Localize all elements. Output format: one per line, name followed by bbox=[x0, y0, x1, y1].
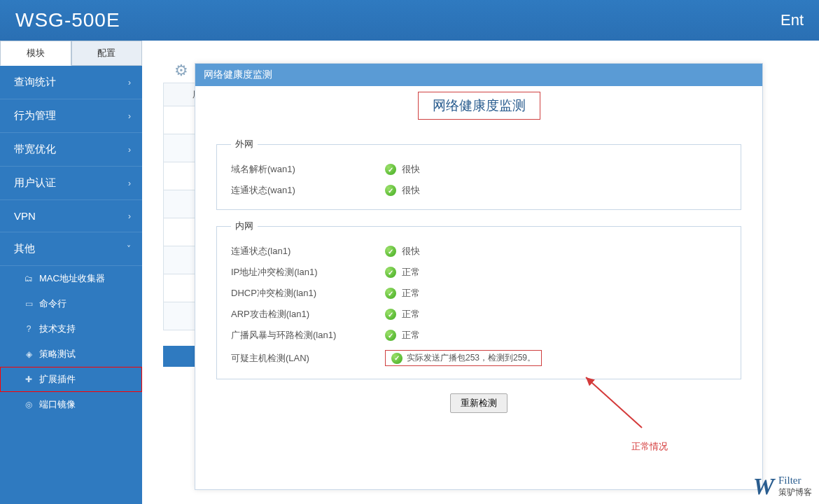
health-modal: 网络健康度监测 网络健康度监测 外网 域名解析(wan1) ✓很快 连通状态(w… bbox=[195, 63, 763, 490]
nav-sub-mac[interactable]: 🗂MAC地址收集器 bbox=[0, 266, 142, 291]
check-icon: ✓ bbox=[385, 246, 396, 257]
wan-dns-label: 域名解析(wan1) bbox=[231, 163, 385, 176]
nav-sub-mirror[interactable]: ◎端口镜像 bbox=[0, 392, 142, 417]
app-title: WSG-500E bbox=[15, 9, 120, 31]
check-icon: ✓ bbox=[385, 185, 396, 196]
chevron-right-icon: › bbox=[128, 145, 131, 155]
app-header: WSG-500E Ent bbox=[0, 0, 819, 41]
content-area: ⚙ 显示 序号 1 2 3 4 5 6 7 8 网络健康度监测 网络健康度监测 … bbox=[142, 41, 819, 504]
lan-arp-status: 正常 bbox=[402, 308, 420, 321]
terminal-icon: ▭ bbox=[24, 299, 34, 309]
mirror-icon: ◎ bbox=[24, 400, 34, 410]
lan-susp-detail-box: ✓实际发送广播包253，检测到259。 bbox=[385, 350, 542, 366]
wan-conn-row: 连通状态(wan1) ✓很快 bbox=[231, 180, 727, 201]
lan-arp-label: ARP攻击检测(lan1) bbox=[231, 308, 385, 321]
lan-bcast-status: 正常 bbox=[402, 329, 420, 342]
lan-susp-label: 可疑主机检测(LAN) bbox=[231, 352, 385, 365]
modal-header: 网络健康度监测 bbox=[195, 64, 762, 86]
recheck-button[interactable]: 重新检测 bbox=[450, 393, 507, 413]
lan-dhcp-status: 正常 bbox=[402, 287, 420, 300]
target-icon: ◈ bbox=[24, 349, 34, 359]
modal-title: 网络健康度监测 bbox=[418, 92, 540, 120]
tab-module[interactable]: 模块 bbox=[0, 41, 71, 66]
lan-legend: 内网 bbox=[231, 220, 258, 232]
check-icon: ✓ bbox=[385, 330, 396, 341]
help-icon: ? bbox=[24, 324, 34, 334]
chevron-right-icon: › bbox=[128, 78, 131, 88]
check-icon: ✓ bbox=[385, 288, 396, 299]
nav-vpn[interactable]: VPN› bbox=[0, 200, 142, 232]
nav-query-stats[interactable]: 查询统计› bbox=[0, 66, 142, 99]
puzzle-icon: ✚ bbox=[24, 374, 34, 384]
tab-config[interactable]: 配置 bbox=[71, 41, 143, 66]
chevron-down-icon: ˅ bbox=[127, 244, 131, 254]
brand-logo: W Filter 策驴博客 bbox=[753, 473, 812, 500]
header-right-text: Ent bbox=[780, 11, 804, 29]
wan-legend: 外网 bbox=[231, 138, 258, 150]
svg-line-0 bbox=[586, 377, 642, 428]
lan-conn-label: 连通状态(lan1) bbox=[231, 245, 385, 258]
lan-fieldset: 内网 连通状态(lan1)✓很快 IP地址冲突检测(lan1)✓正常 DHCP冲… bbox=[216, 220, 741, 379]
lan-ipconf-label: IP地址冲突检测(lan1) bbox=[231, 266, 385, 279]
nav-sub-plugin[interactable]: ✚扩展插件 bbox=[0, 367, 142, 392]
annotation-arrow bbox=[579, 372, 656, 435]
lan-dhcp-label: DHCP冲突检测(lan1) bbox=[231, 287, 385, 300]
lan-susp-detail: 实际发送广播包253，检测到259。 bbox=[407, 352, 536, 364]
nav-sub-cli[interactable]: ▭命令行 bbox=[0, 291, 142, 316]
wan-dns-status: 很快 bbox=[402, 163, 420, 176]
nav-bandwidth[interactable]: 带宽优化› bbox=[0, 133, 142, 167]
nav-behavior[interactable]: 行为管理› bbox=[0, 99, 142, 133]
wan-fieldset: 外网 域名解析(wan1) ✓很快 连通状态(wan1) ✓很快 bbox=[216, 138, 741, 210]
check-icon: ✓ bbox=[385, 309, 396, 320]
chevron-right-icon: › bbox=[128, 178, 131, 188]
brand-w: W bbox=[753, 473, 774, 500]
brand-sub: 策驴博客 bbox=[778, 486, 812, 498]
nav-sub-support[interactable]: ?技术支持 bbox=[0, 316, 142, 342]
gear-icon: ⚙ bbox=[174, 62, 188, 80]
nav-sub-policy[interactable]: ◈策略测试 bbox=[0, 342, 142, 367]
wan-conn-label: 连通状态(wan1) bbox=[231, 184, 385, 197]
lan-bcast-label: 广播风暴与环路检测(lan1) bbox=[231, 329, 385, 342]
annotation-text: 正常情况 bbox=[631, 440, 668, 453]
sidebar: 模块 配置 查询统计› 行为管理› 带宽优化› 用户认证› VPN› 其他˅ 🗂… bbox=[0, 41, 142, 504]
nav-other[interactable]: 其他˅ bbox=[0, 232, 142, 266]
chevron-right-icon: › bbox=[128, 211, 131, 221]
brand-name: Filter bbox=[778, 475, 812, 486]
check-icon: ✓ bbox=[391, 353, 402, 364]
sidebar-tabs: 模块 配置 bbox=[0, 41, 142, 66]
chevron-right-icon: › bbox=[128, 111, 131, 121]
lan-conn-status: 很快 bbox=[402, 245, 420, 258]
check-icon: ✓ bbox=[385, 164, 396, 175]
wan-conn-status: 很快 bbox=[402, 184, 420, 197]
lan-ipconf-status: 正常 bbox=[402, 266, 420, 279]
nav-auth[interactable]: 用户认证› bbox=[0, 167, 142, 200]
check-icon: ✓ bbox=[385, 267, 396, 278]
wan-dns-row: 域名解析(wan1) ✓很快 bbox=[231, 159, 727, 180]
briefcase-icon: 🗂 bbox=[24, 274, 34, 284]
